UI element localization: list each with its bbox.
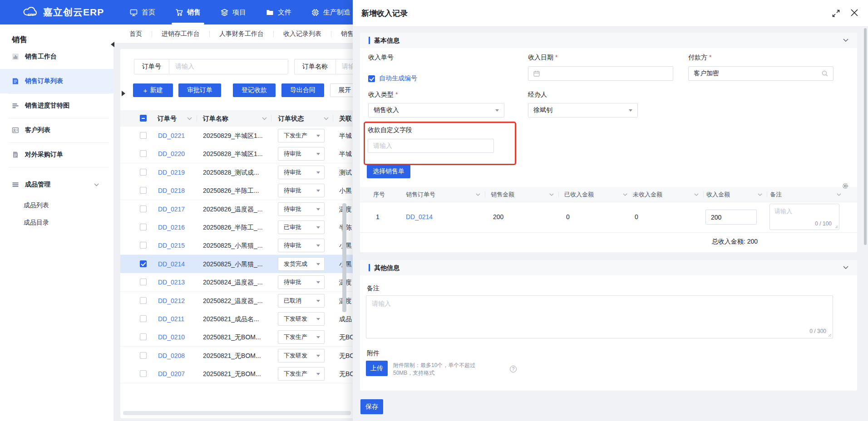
order-id-link[interactable]: DD_0210	[158, 328, 185, 346]
order-id-link[interactable]: DD_0216	[158, 218, 185, 236]
nav-item-首页[interactable]: 首页	[120, 0, 165, 24]
handler-select[interactable]: 徐斌钊	[528, 103, 638, 117]
row-checkbox[interactable]	[140, 150, 147, 157]
sidebar-item-成品管理[interactable]: 成品管理	[0, 172, 113, 197]
filter-chevron-icon[interactable]	[837, 193, 841, 196]
status-select[interactable]: 下发研发	[278, 312, 325, 326]
upload-button[interactable]: 上传	[366, 361, 388, 376]
remark-textarea[interactable]: 请输入 0 / 300	[366, 295, 833, 338]
tab-进销存工作台[interactable]: 进销存工作台	[152, 30, 209, 38]
status-select[interactable]: 待审批	[278, 239, 325, 252]
filter-chevron-icon[interactable]	[476, 193, 480, 196]
filter-chevron-icon[interactable]	[549, 193, 554, 196]
tab-收入记录列表[interactable]: 收入记录列表	[274, 30, 331, 38]
table-horizontal-scrollbar[interactable]	[123, 411, 351, 415]
tab-人事财务工作台[interactable]: 人事财务工作台	[210, 30, 273, 38]
total-income-amount: 总收入金额: 200	[360, 238, 758, 246]
row-checkbox[interactable]	[140, 206, 147, 212]
status-select[interactable]: 待审批	[278, 166, 325, 179]
checkbox-checked[interactable]	[368, 75, 375, 82]
order-id-link[interactable]: DD_0221	[158, 127, 185, 145]
chevron-down-icon[interactable]	[94, 183, 99, 186]
gear-icon[interactable]	[842, 183, 848, 189]
select-caret-icon	[316, 373, 320, 375]
custom-field-input[interactable]: 请输入	[368, 139, 494, 153]
income-type-select[interactable]: 销售收入	[368, 103, 504, 117]
income-date-input[interactable]	[528, 66, 673, 81]
order-id-link[interactable]: DD_0211	[158, 310, 184, 328]
sidebar-item-成品目录[interactable]: 成品目录	[0, 214, 113, 231]
collapse-chevron-icon[interactable]	[843, 39, 848, 42]
table-vertical-scrollbar[interactable]	[342, 203, 346, 312]
subtable-col-已收入金额: 已收入金额	[564, 187, 594, 202]
resize-handle-icon[interactable]	[828, 333, 832, 337]
sidebar-item-销售进度甘特图[interactable]: 销售进度甘特图	[0, 93, 113, 118]
income-amount-input[interactable]: 200	[705, 210, 757, 225]
order-id-link[interactable]: DD_0218	[158, 181, 185, 200]
sidebar-collapse-icon[interactable]	[111, 42, 114, 47]
status-select[interactable]: 下发研发	[278, 349, 325, 362]
row-checkbox[interactable]	[140, 132, 147, 139]
status-select[interactable]: 已取消	[278, 294, 325, 308]
row-remark-textarea[interactable]: 请输入 0 / 100	[769, 204, 839, 230]
row-checkbox[interactable]	[140, 260, 147, 267]
order-id-link[interactable]: DD_0217	[158, 200, 185, 218]
auto-generate-checkbox[interactable]: 自动生成编号	[368, 74, 417, 83]
sidebar-item-客户列表[interactable]: 客户列表	[0, 118, 113, 142]
row-checkbox[interactable]	[140, 315, 147, 322]
filter-chevron-icon[interactable]	[623, 193, 627, 196]
fullscreen-expand-icon[interactable]	[832, 10, 840, 17]
drawer-scrollbar[interactable]	[864, 28, 867, 245]
app-logo[interactable]: ERP 嘉立创云ERP	[23, 0, 104, 24]
row-checkbox[interactable]	[140, 242, 147, 249]
save-button[interactable]: 保存	[360, 399, 383, 414]
sidebar-item-成品列表[interactable]: 成品列表	[0, 197, 113, 214]
resize-handle-icon[interactable]	[835, 225, 838, 229]
status-select[interactable]: 下发生产	[278, 129, 325, 142]
close-icon[interactable]	[851, 9, 858, 16]
status-select[interactable]: 待审批	[278, 202, 325, 216]
help-icon[interactable]: ?	[510, 366, 517, 372]
order-id-link[interactable]: DD_0212	[158, 292, 185, 310]
status-select[interactable]: 下发生产	[278, 367, 325, 381]
search-icon[interactable]	[822, 70, 828, 77]
nav-item-生产制造[interactable]: 生产制造	[301, 0, 360, 24]
filter-chevron-icon[interactable]	[758, 193, 762, 196]
nav-item-销售[interactable]: 销售	[165, 0, 211, 24]
status-select[interactable]: 待审批	[278, 147, 325, 161]
filter-chevron-icon[interactable]	[694, 193, 699, 196]
calendar-icon	[533, 70, 540, 77]
row-checkbox[interactable]	[140, 169, 147, 176]
status-select[interactable]: 发货完成	[278, 257, 325, 271]
status-select[interactable]: 下发生产	[278, 330, 325, 344]
order-id-link[interactable]: DD_0219	[158, 163, 185, 181]
row-checkbox[interactable]	[140, 333, 147, 340]
nav-item-项目[interactable]: 项目	[211, 0, 256, 24]
panel-expand-icon[interactable]	[122, 91, 125, 96]
order-id-link[interactable]: DD_0213	[158, 273, 185, 291]
char-counter: 0 / 300	[809, 328, 826, 334]
subtable-order-link[interactable]: DD_0214	[406, 202, 433, 232]
order-id-link[interactable]: DD_0208	[158, 347, 185, 365]
order-id-link[interactable]: DD_0214	[158, 255, 185, 273]
row-checkbox[interactable]	[140, 370, 147, 377]
row-checkbox[interactable]	[140, 187, 147, 194]
collapse-chevron-icon[interactable]	[843, 266, 848, 269]
tab-首页[interactable]: 首页	[120, 30, 152, 38]
row-checkbox[interactable]	[140, 224, 147, 230]
row-checkbox[interactable]	[140, 297, 147, 304]
sidebar-item-销售订单列表[interactable]: 销售订单列表	[0, 69, 113, 93]
status-select[interactable]: 待审批	[278, 184, 325, 197]
order-id-link[interactable]: DD_0220	[158, 145, 185, 163]
order-id-link[interactable]: DD_0207	[158, 365, 185, 383]
nav-item-文件[interactable]: 文件	[256, 0, 301, 24]
row-checkbox[interactable]	[140, 279, 147, 285]
status-select[interactable]: 已审批	[278, 220, 325, 234]
order-id-link[interactable]: DD_0215	[158, 236, 185, 255]
status-select[interactable]: 待审批	[278, 275, 325, 289]
sidebar-item-销售工作台[interactable]: 销售工作台	[0, 44, 113, 69]
payer-input[interactable]: 客户加密	[688, 66, 833, 81]
sidebar-item-对外采购订单[interactable]: 对外采购订单	[0, 142, 113, 167]
row-checkbox[interactable]	[140, 352, 147, 359]
select-sales-order-button[interactable]: 选择销售单	[367, 165, 410, 178]
